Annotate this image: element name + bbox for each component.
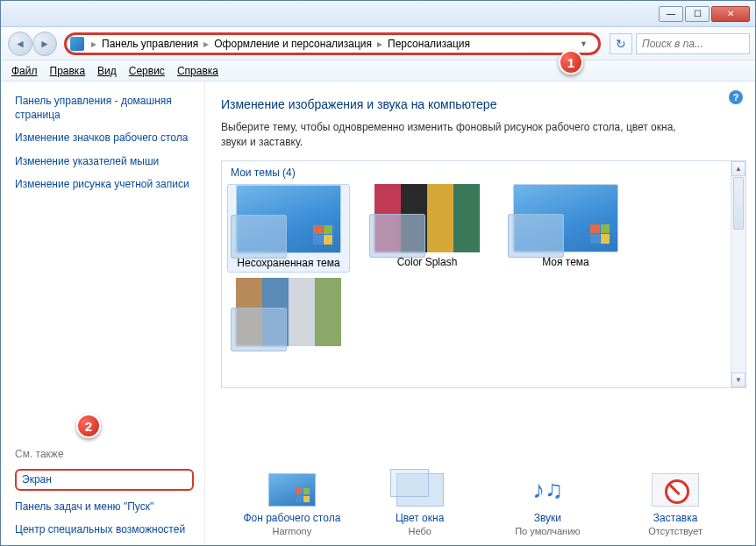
settings-row: Фон рабочего стола Harmony Цвет окна Неб… — [221, 459, 746, 536]
theme-thumbnail — [374, 184, 480, 252]
sidebar-link-taskbar[interactable]: Панель задач и меню "Пуск" — [15, 500, 194, 514]
theme-thumbnail — [236, 185, 341, 253]
help-icon[interactable]: ? — [729, 90, 743, 104]
setting-label: Фон рабочего стола — [239, 512, 345, 524]
theme-item[interactable] — [227, 278, 350, 350]
setting-window-color[interactable]: Цвет окна Небо — [367, 473, 473, 536]
theme-item[interactable]: Несохраненная тема — [227, 184, 350, 273]
theme-thumbnail — [236, 278, 341, 346]
setting-value: Harmony — [239, 526, 345, 536]
minimize-button[interactable]: — — [659, 6, 683, 22]
sounds-icon: ♪♫ — [524, 473, 571, 507]
breadcrumb[interactable]: Оформление и персонализация — [210, 38, 375, 50]
theme-thumbnail — [513, 184, 618, 252]
control-panel-home-link[interactable]: Панель управления - домашняя страница — [15, 94, 194, 122]
menu-tools[interactable]: Сервис — [129, 65, 165, 77]
page-description: Выберите тему, чтобы одновременно измени… — [221, 120, 677, 150]
setting-value: Отсутствует — [623, 526, 728, 536]
annotation-badge-1: 1 — [559, 50, 583, 74]
window-color-icon — [396, 473, 444, 507]
themes-scrollbar[interactable]: ▲ ▼ — [731, 161, 745, 387]
search-input[interactable] — [636, 33, 750, 54]
menu-bar: Файл Правка Вид Сервис Справка — [1, 60, 755, 82]
breadcrumb[interactable]: Персонализация — [384, 38, 474, 50]
setting-sounds[interactable]: ♪♫ Звуки По умолчанию — [495, 473, 600, 536]
setting-screensaver[interactable]: Заставка Отсутствует — [623, 473, 728, 536]
annotation-badge-2: 2 — [76, 414, 101, 438]
see-also-label: См. также — [15, 448, 194, 460]
scroll-down-button[interactable]: ▼ — [731, 372, 745, 387]
menu-view[interactable]: Вид — [97, 65, 117, 77]
sidebar: Панель управления - домашняя страница Из… — [1, 82, 204, 545]
setting-desktop-background[interactable]: Фон рабочего стола Harmony — [239, 473, 345, 536]
setting-label: Цвет окна — [367, 512, 473, 524]
screensaver-icon — [652, 473, 699, 507]
personalization-window: — ☐ ✕ ◄ ► ▸ Панель управления ▸ Оформлен… — [0, 0, 756, 546]
themes-grid: Несохраненная тема Color Splash М — [227, 184, 740, 350]
setting-value: Небо — [367, 526, 473, 536]
refresh-button[interactable]: ↻ — [610, 33, 632, 54]
scroll-up-button[interactable]: ▲ — [731, 161, 745, 176]
sidebar-link-accessibility[interactable]: Центр специальных возможностей — [15, 522, 194, 536]
chevron-right-icon: ▸ — [202, 38, 210, 50]
theme-item[interactable]: Моя тема — [504, 184, 627, 268]
body-area: Панель управления - домашняя страница Из… — [1, 82, 755, 545]
setting-label: Заставка — [623, 512, 728, 524]
setting-value: По умолчанию — [495, 526, 600, 536]
desktop-background-icon — [268, 473, 316, 507]
themes-panel: Мои темы (4) Несохраненная тема Col — [221, 160, 746, 388]
breadcrumb[interactable]: Панель управления — [98, 38, 202, 50]
maximize-button[interactable]: ☐ — [685, 6, 710, 22]
addr-history-dropdown[interactable]: ▼ — [576, 39, 591, 48]
sidebar-link-desktop-icons[interactable]: Изменение значков рабочего стола — [15, 131, 194, 145]
nav-buttons: ◄ ► — [8, 32, 57, 56]
scroll-thumb[interactable] — [733, 177, 744, 230]
theme-label: Color Splash — [366, 256, 489, 268]
theme-item[interactable]: Color Splash — [366, 184, 489, 268]
content-pane: ? Изменение изображения и звука на компь… — [204, 82, 755, 545]
nav-row: ◄ ► ▸ Панель управления ▸ Оформление и п… — [1, 27, 755, 60]
my-themes-header: Мои темы (4) — [231, 167, 740, 179]
sidebar-link-display[interactable]: Экран — [15, 469, 194, 490]
chevron-right-icon: ▸ — [375, 38, 384, 50]
address-bar[interactable]: ▸ Панель управления ▸ Оформление и персо… — [64, 32, 601, 55]
menu-help[interactable]: Справка — [177, 65, 218, 77]
control-panel-icon — [70, 37, 84, 51]
theme-label: Несохраненная тема — [228, 257, 349, 269]
chevron-right-icon: ▸ — [89, 38, 98, 50]
forward-button[interactable]: ► — [32, 32, 57, 56]
page-title: Изменение изображения и звука на компьют… — [221, 97, 746, 111]
titlebar: — ☐ ✕ — [1, 1, 755, 27]
menu-file[interactable]: Файл — [11, 65, 38, 77]
back-button[interactable]: ◄ — [8, 32, 32, 56]
sidebar-link-account-picture[interactable]: Изменение рисунка учетной записи — [15, 177, 194, 191]
setting-label: Звуки — [495, 512, 600, 524]
close-button[interactable]: ✕ — [711, 6, 750, 22]
theme-label: Моя тема — [504, 256, 627, 268]
sidebar-link-mouse-pointers[interactable]: Изменение указателей мыши — [15, 154, 194, 168]
menu-edit[interactable]: Правка — [50, 65, 86, 77]
